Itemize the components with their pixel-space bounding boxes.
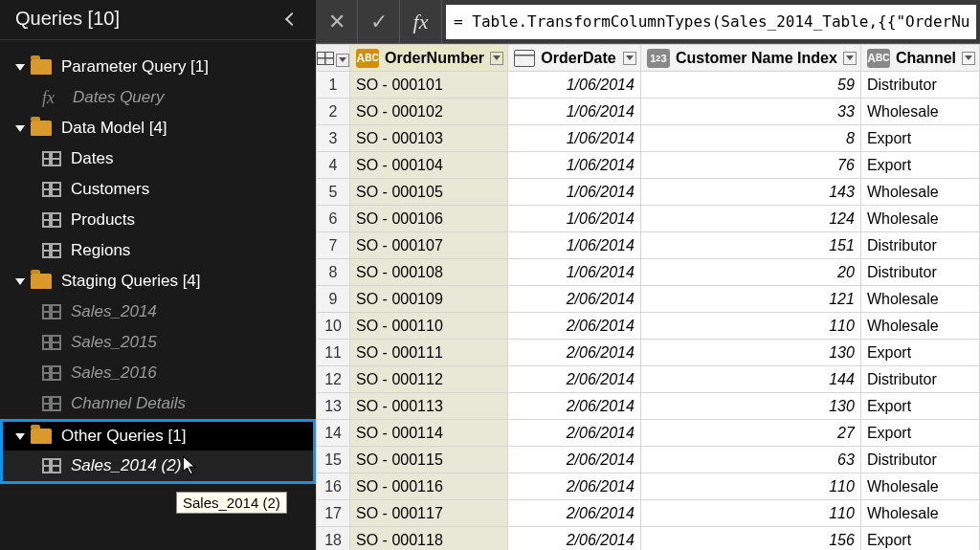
cell-customer-index[interactable]: 33: [640, 99, 860, 125]
row-number[interactable]: 12: [317, 366, 350, 393]
query-group[interactable]: Staging Queries [4]: [0, 266, 316, 297]
table-row[interactable]: 5 SO - 000105 1/06/2014 143 Wholesale: [317, 179, 980, 206]
cell-customer-index[interactable]: 20: [640, 259, 860, 286]
cell-customer-index[interactable]: 130: [640, 340, 860, 366]
cell-orderdate[interactable]: 2/06/2014: [508, 340, 641, 366]
query-item[interactable]: Sales_2016: [0, 358, 316, 388]
query-item[interactable]: Regions: [0, 235, 316, 266]
cell-orderdate[interactable]: 2/06/2014: [508, 473, 641, 500]
row-number[interactable]: 1: [317, 72, 350, 99]
cell-customer-index[interactable]: 110: [640, 473, 860, 500]
query-item[interactable]: Channel Details: [0, 388, 316, 419]
column-filter-dropdown[interactable]: [843, 52, 857, 65]
cell-customer-index[interactable]: 121: [640, 286, 860, 313]
column-header[interactable]: ABCOrderNumber: [350, 45, 508, 72]
row-number[interactable]: 9: [317, 286, 350, 313]
formula-cancel-button[interactable]: ✕: [316, 0, 358, 43]
cell-ordernumber[interactable]: SO - 000118: [350, 527, 508, 551]
column-filter-dropdown[interactable]: [962, 52, 975, 65]
cell-ordernumber[interactable]: SO - 000105: [350, 179, 508, 206]
cell-orderdate[interactable]: 1/06/2014: [508, 179, 641, 206]
cell-customer-index[interactable]: 8: [640, 125, 860, 152]
column-filter-dropdown[interactable]: [623, 52, 636, 65]
cell-orderdate[interactable]: 2/06/2014: [508, 393, 641, 420]
table-row[interactable]: 11 SO - 000111 2/06/2014 130 Export: [317, 340, 980, 366]
cell-orderdate[interactable]: 2/06/2014: [508, 366, 641, 393]
row-number[interactable]: 10: [317, 313, 350, 340]
table-row[interactable]: 7 SO - 000107 1/06/2014 151 Distributor: [317, 232, 980, 259]
row-number[interactable]: 8: [317, 259, 350, 286]
cell-channel[interactable]: Wholesale: [860, 500, 979, 527]
cell-orderdate[interactable]: 2/06/2014: [508, 313, 641, 340]
cell-ordernumber[interactable]: SO - 000112: [350, 366, 508, 393]
data-grid[interactable]: ABCOrderNumberOrderDate123Customer Name …: [316, 44, 980, 550]
query-group[interactable]: Other Queries [1]: [3, 422, 313, 451]
row-number[interactable]: 15: [317, 447, 350, 473]
table-row[interactable]: 16 SO - 000116 2/06/2014 110 Wholesale: [317, 473, 980, 500]
table-row[interactable]: 3 SO - 000103 1/06/2014 8 Export: [317, 125, 980, 152]
row-number[interactable]: 18: [317, 527, 350, 551]
cell-channel[interactable]: Export: [860, 152, 979, 179]
cell-ordernumber[interactable]: SO - 000104: [350, 152, 508, 179]
cell-orderdate[interactable]: 1/06/2014: [508, 72, 641, 99]
cell-ordernumber[interactable]: SO - 000103: [350, 125, 508, 152]
query-item[interactable]: Sales_2014: [0, 297, 316, 327]
cell-ordernumber[interactable]: SO - 000108: [350, 259, 508, 286]
row-number[interactable]: 13: [317, 393, 350, 420]
cell-customer-index[interactable]: 27: [640, 420, 860, 447]
cell-customer-index[interactable]: 144: [640, 366, 860, 393]
cell-orderdate[interactable]: 1/06/2014: [508, 125, 641, 152]
formula-commit-button[interactable]: ✓: [358, 0, 400, 43]
fx-icon[interactable]: fx: [400, 0, 442, 43]
collapse-pane-icon[interactable]: [285, 11, 299, 25]
column-header[interactable]: 123Customer Name Index: [640, 45, 860, 72]
cell-channel[interactable]: Wholesale: [860, 286, 979, 313]
select-all-cell[interactable]: [317, 45, 350, 72]
cell-channel[interactable]: Distributor: [860, 232, 979, 259]
row-number[interactable]: 7: [317, 232, 350, 259]
cell-customer-index[interactable]: 124: [640, 206, 860, 232]
cell-orderdate[interactable]: 2/06/2014: [508, 447, 641, 473]
cell-channel[interactable]: Distributor: [860, 366, 979, 393]
query-item[interactable]: Products: [0, 205, 316, 235]
cell-orderdate[interactable]: 1/06/2014: [508, 259, 641, 286]
cell-orderdate[interactable]: 1/06/2014: [508, 152, 641, 179]
row-number[interactable]: 11: [317, 340, 350, 366]
column-filter-dropdown[interactable]: [490, 52, 503, 65]
cell-channel[interactable]: Export: [860, 340, 979, 366]
query-item[interactable]: fxDates Query: [0, 82, 316, 113]
cell-ordernumber[interactable]: SO - 000110: [350, 313, 508, 340]
queries-pane-header[interactable]: Queries [10]: [0, 0, 316, 40]
table-row[interactable]: 15 SO - 000115 2/06/2014 63 Distributor: [317, 447, 980, 473]
cell-channel[interactable]: Export: [860, 527, 979, 551]
cell-orderdate[interactable]: 2/06/2014: [508, 500, 641, 527]
formula-input[interactable]: [446, 5, 976, 39]
table-row[interactable]: 6 SO - 000106 1/06/2014 124 Wholesale: [317, 206, 980, 232]
query-item[interactable]: Sales_2014 (2): [3, 451, 313, 481]
dropdown-icon[interactable]: [336, 54, 349, 67]
table-row[interactable]: 10 SO - 000110 2/06/2014 110 Wholesale: [317, 313, 980, 340]
cell-ordernumber[interactable]: SO - 000114: [350, 420, 508, 447]
row-number[interactable]: 6: [317, 206, 350, 232]
row-number[interactable]: 4: [317, 152, 350, 179]
cell-customer-index[interactable]: 156: [640, 527, 860, 551]
row-number[interactable]: 3: [317, 125, 350, 152]
cell-channel[interactable]: Distributor: [860, 259, 979, 286]
cell-ordernumber[interactable]: SO - 000109: [350, 286, 508, 313]
cell-channel[interactable]: Wholesale: [860, 313, 979, 340]
cell-customer-index[interactable]: 143: [640, 179, 860, 206]
cell-channel[interactable]: Export: [860, 393, 979, 420]
query-group[interactable]: Parameter Query [1]: [0, 52, 316, 82]
cell-channel[interactable]: Wholesale: [860, 99, 979, 125]
cell-channel[interactable]: Distributor: [860, 72, 979, 99]
cell-ordernumber[interactable]: SO - 000117: [350, 500, 508, 527]
cell-customer-index[interactable]: 110: [640, 313, 860, 340]
row-number[interactable]: 14: [317, 420, 350, 447]
cell-ordernumber[interactable]: SO - 000107: [350, 232, 508, 259]
row-number[interactable]: 5: [317, 179, 350, 206]
cell-ordernumber[interactable]: SO - 000116: [350, 473, 508, 500]
query-item[interactable]: Dates: [0, 143, 316, 174]
column-header[interactable]: ABCChannel: [860, 45, 979, 72]
row-number[interactable]: 2: [317, 99, 350, 125]
cell-orderdate[interactable]: 1/06/2014: [508, 206, 641, 232]
